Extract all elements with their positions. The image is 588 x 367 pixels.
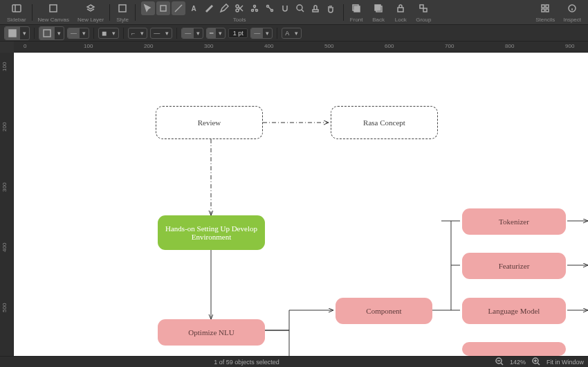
fit-window-button[interactable]: Fit in Window [546,359,584,366]
tb-back: Back [367,1,389,23]
node-review[interactable]: Review [156,106,263,139]
layer-icon [86,3,95,13]
tb-newlayer: New Layer [73,1,108,23]
node-icon [250,3,259,13]
zoom-in-button[interactable] [531,357,541,368]
tb-label: Inspect [563,17,581,23]
stroke-toggle[interactable]: ▾ [39,26,64,40]
sidebar-toggle-button[interactable] [10,1,24,15]
tb-group: Group [412,1,435,23]
svg-rect-23 [398,8,403,12]
pencil-icon [219,3,229,13]
svg-rect-0 [12,5,21,12]
node-optimize[interactable]: Optimize NLU [158,319,265,346]
node-tokenizer[interactable]: Tokenizer [462,208,566,235]
tool-select[interactable] [141,1,155,15]
tool-line[interactable] [172,1,185,15]
stroke-style[interactable]: —▾ [67,28,89,39]
zoom-out-icon [495,357,504,366]
back-icon [374,3,383,13]
fill-icon [8,28,17,38]
tb-label: New Layer [77,17,104,23]
tool-zoom[interactable] [293,1,307,15]
svg-rect-29 [546,9,549,12]
node-partial[interactable] [462,342,566,356]
line-type[interactable]: ━▾ [206,28,226,39]
zoom-level[interactable]: 142% [510,359,526,366]
bring-front-button[interactable] [349,1,363,15]
tool-hand[interactable] [324,1,338,15]
pen-icon [204,3,214,13]
tb-stencils: Stencils [531,1,559,23]
svg-rect-18 [313,10,318,12]
stroke-icon [42,28,52,38]
lock-icon [396,3,405,13]
stroke-width-field[interactable]: 1 pt [228,28,248,38]
inspect-button[interactable] [565,1,579,15]
canvas-page[interactable]: Review Rasa Concept Hands-on Setting Up … [14,53,588,356]
tool-shape[interactable] [156,1,170,15]
font-toggle[interactable]: A▾ [282,28,302,39]
svg-rect-3 [119,5,126,12]
svg-rect-21 [375,5,380,10]
svg-rect-34 [44,30,50,37]
node-component[interactable]: Component [336,298,432,324]
svg-rect-2 [50,5,57,12]
tool-magnet[interactable] [278,1,292,15]
corner-toggle[interactable]: ⌐▾ [128,28,147,39]
fill-toggle[interactable]: ▾ [4,26,30,40]
tool-stamp[interactable] [309,1,322,15]
zoom-out-button[interactable] [495,357,504,368]
svg-line-50 [538,363,540,365]
line-cap[interactable]: —▾ [150,28,172,39]
connect-icon [265,3,275,13]
sidebar-icon [12,3,21,13]
arrow-start[interactable]: —▾ [181,28,203,39]
svg-rect-27 [546,5,549,8]
tb-front: Front [345,1,367,23]
tb-label: Tools [233,17,246,23]
pointer-icon [143,3,153,13]
tool-text[interactable]: A [187,1,201,15]
group-button[interactable] [416,1,430,15]
scissors-icon [235,3,244,13]
lock-button[interactable] [394,1,407,15]
new-layer-button[interactable] [84,1,98,15]
svg-rect-26 [542,5,544,8]
send-back-button[interactable] [371,1,385,15]
canvas-viewport[interactable]: Review Rasa Concept Hands-on Setting Up … [14,53,588,356]
text-icon: A [192,5,196,12]
front-icon [351,3,361,13]
tool-pencil[interactable] [217,1,231,15]
tool-pen[interactable] [202,1,216,15]
tb-style: Style [111,1,134,23]
svg-line-5 [175,5,182,12]
style-icon [118,3,127,13]
svg-line-17 [302,10,304,12]
zoom-icon [295,3,305,13]
new-canvas-button[interactable] [46,1,60,15]
node-handson[interactable]: Hands-on Setting Up Develop Environment [158,215,265,250]
node-rasa[interactable]: Rasa Concept [331,106,438,139]
style-button[interactable] [116,1,129,15]
node-featurizer[interactable]: Featurizer [462,253,566,279]
selection-status: 1 of 59 objects selected [214,359,279,366]
grid-icon [540,3,550,13]
ruler-vertical: 100200300400500 [0,53,14,356]
main-toolbar: Sidebar New Canvas New Layer Style A [0,0,588,25]
tb-newcanvas: New Canvas [34,1,73,23]
node-langmodel[interactable]: Language Model [462,298,566,324]
tb-label: Group [416,17,431,23]
svg-point-16 [297,5,302,10]
shadow-toggle[interactable]: ◼▾ [98,28,119,39]
ruler-horizontal: 0100200300400500600700800900 [14,42,588,53]
tool-scissors[interactable] [232,1,246,15]
stencils-button[interactable] [538,1,552,15]
tool-connect[interactable] [263,1,277,15]
magnet-icon [280,3,290,13]
arrow-end[interactable]: —▾ [250,28,273,39]
tool-node[interactable] [248,1,261,15]
tb-label: Sidebar [7,17,26,23]
svg-rect-25 [423,8,427,12]
property-bar: ▾ ▾ —▾ ◼▾ ⌐▾ —▾ —▾ ━▾ 1 pt —▾ A▾ [0,25,588,42]
